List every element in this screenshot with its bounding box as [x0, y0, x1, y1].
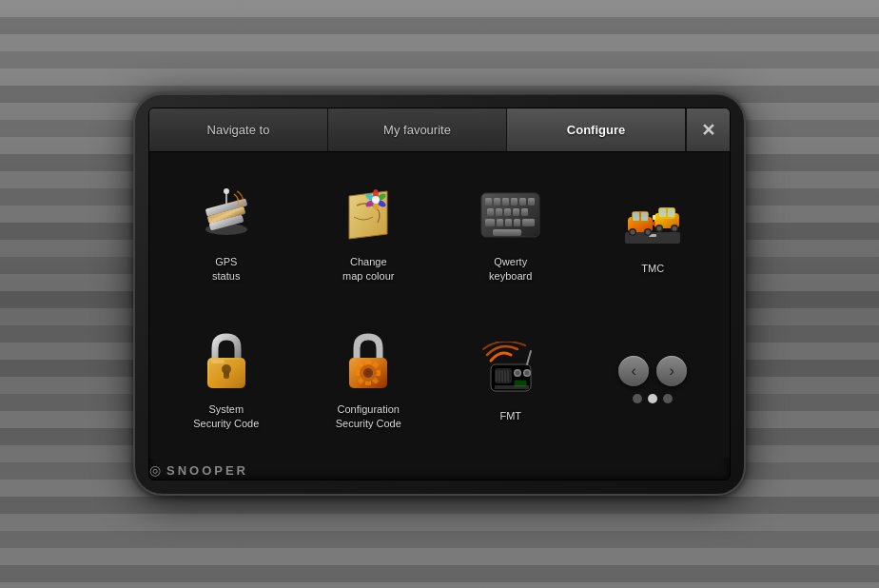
svg-rect-24: [504, 208, 511, 216]
svg-rect-46: [668, 208, 674, 217]
svg-rect-26: [521, 208, 528, 216]
nav-dot-1[interactable]: [633, 394, 642, 403]
grid-item-tmc[interactable]: TMC: [584, 160, 723, 304]
svg-rect-28: [497, 219, 503, 226]
grid-item-system-security-code[interactable]: SystemSecurity Code: [157, 307, 296, 451]
svg-rect-25: [513, 208, 519, 216]
svg-rect-32: [493, 229, 521, 236]
screen: Navigate to My favourite Configure ✕: [148, 108, 731, 480]
qwerty-keyboard-icon: [477, 181, 545, 249]
svg-point-50: [673, 225, 677, 230]
svg-rect-85: [515, 381, 526, 386]
grid-item-fmt[interactable]: FMT: [441, 307, 580, 451]
svg-point-81: [515, 371, 519, 376]
grid-item-change-map-colour[interactable]: Changemap colour: [300, 160, 439, 304]
svg-rect-23: [496, 208, 502, 216]
svg-rect-58: [211, 360, 225, 363]
tmc-label: TMC: [641, 262, 664, 275]
svg-rect-16: [485, 198, 492, 206]
brand-logo-icon: ◎: [149, 462, 163, 478]
svg-rect-21: [528, 198, 535, 206]
grid-item-configuration-security-code[interactable]: ConfigurationSecurity Code: [300, 307, 439, 451]
prev-arrow[interactable]: ‹: [618, 356, 649, 386]
configuration-security-code-icon: [334, 328, 402, 397]
svg-rect-17: [494, 198, 500, 206]
tab-bar: Navigate to My favourite Configure ✕: [149, 108, 730, 152]
svg-rect-20: [519, 198, 526, 206]
next-arrow[interactable]: ›: [656, 356, 687, 386]
svg-rect-19: [511, 198, 518, 206]
brand-label: SNOOPER: [166, 463, 248, 478]
gps-status-label: GPSstatus: [212, 255, 240, 283]
svg-rect-52: [653, 222, 655, 225]
tmc-icon: [618, 187, 687, 256]
change-map-colour-icon: [334, 181, 402, 249]
svg-point-5: [224, 188, 229, 194]
svg-point-83: [524, 371, 529, 376]
svg-rect-45: [659, 208, 666, 217]
svg-point-71: [363, 368, 373, 378]
nav-dot-2[interactable]: [648, 394, 657, 403]
system-security-code-icon: [192, 328, 261, 397]
grid-item-gps-status[interactable]: GPSstatus: [157, 160, 296, 304]
nav-dot-3[interactable]: [663, 394, 673, 403]
close-button[interactable]: ✕: [686, 108, 730, 151]
tab-navigate[interactable]: Navigate to: [149, 108, 328, 151]
svg-point-42: [646, 229, 651, 234]
fmt-label: FMT: [499, 409, 521, 422]
tab-configure[interactable]: Configure: [507, 108, 686, 151]
system-security-code-label: SystemSecurity Code: [193, 402, 259, 430]
svg-rect-51: [653, 215, 655, 220]
nav-dots: [633, 394, 673, 403]
svg-point-14: [372, 196, 380, 204]
configuration-security-code-label: ConfigurationSecurity Code: [336, 402, 401, 430]
svg-point-40: [631, 229, 635, 234]
gps-status-icon: [192, 181, 261, 249]
icon-grid: GPSstatus: [149, 152, 730, 459]
svg-rect-31: [522, 219, 535, 226]
device: Navigate to My favourite Configure ✕: [135, 94, 744, 494]
svg-rect-38: [641, 212, 648, 221]
fmt-icon: [477, 335, 545, 403]
svg-rect-18: [502, 198, 509, 206]
tab-favourite[interactable]: My favourite: [328, 108, 507, 151]
brand-bar: ◎ SNOOPER: [149, 459, 730, 480]
nav-arrows: ‹ ›: [618, 356, 687, 386]
svg-point-48: [657, 225, 662, 230]
change-map-colour-label: Changemap colour: [342, 255, 394, 283]
svg-rect-29: [505, 219, 512, 226]
svg-rect-22: [487, 208, 494, 216]
grid-item-qwerty-keyboard[interactable]: Qwertykeyboard: [441, 160, 580, 304]
svg-rect-27: [485, 219, 495, 226]
grid-item-nav: ‹ ›: [584, 307, 723, 451]
svg-point-57: [224, 370, 229, 376]
svg-rect-74: [495, 368, 512, 383]
svg-rect-30: [514, 219, 520, 226]
svg-line-88: [527, 351, 531, 364]
svg-rect-37: [633, 212, 639, 221]
qwerty-keyboard-label: Qwertykeyboard: [489, 255, 532, 283]
